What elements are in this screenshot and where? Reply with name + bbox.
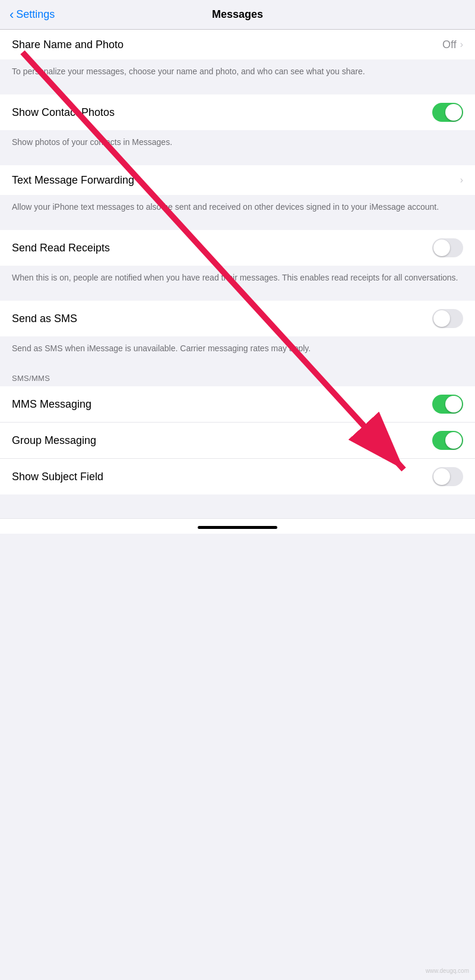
sms-mms-section-label: SMS/MMS (12, 374, 50, 383)
show-contact-photos-toggle[interactable] (432, 103, 463, 122)
toggle-thumb-group (445, 432, 462, 449)
share-name-photo-value: Off › (442, 39, 463, 51)
group-messaging-toggle[interactable] (432, 431, 463, 450)
send-read-receipts-toggle[interactable] (432, 238, 463, 257)
share-name-photo-description: To personalize your messages, choose you… (0, 59, 475, 89)
watermark: www.deugq.com (426, 968, 469, 974)
share-name-photo-row[interactable]: Share Name and Photo Off › (0, 30, 475, 59)
back-label: Settings (16, 8, 55, 21)
gap-2 (0, 159, 475, 165)
back-button[interactable]: ‹ Settings (10, 8, 55, 21)
page-title: Messages (212, 8, 263, 21)
bottom-bar (0, 518, 475, 534)
gap-4 (0, 295, 475, 301)
text-message-forwarding-chevron-icon: › (460, 175, 463, 185)
send-read-receipts-label: Send Read Receipts (12, 242, 110, 254)
show-subject-field-label: Show Subject Field (12, 471, 103, 483)
send-as-sms-toggle[interactable] (432, 309, 463, 328)
toggle-thumb-mms (445, 396, 462, 412)
text-message-forwarding-description: Allow your iPhone text messages to also … (0, 195, 475, 224)
share-name-photo-label: Share Name and Photo (12, 39, 124, 51)
show-subject-field-row[interactable]: Show Subject Field (0, 459, 475, 494)
show-subject-field-toggle[interactable] (432, 467, 463, 486)
share-name-photo-chevron-icon: › (460, 39, 463, 50)
section-contact-photos: Show Contact Photos (0, 94, 475, 130)
header: ‹ Settings Messages (0, 0, 475, 30)
toggle-thumb (445, 104, 462, 121)
send-as-sms-row[interactable]: Send as SMS (0, 301, 475, 336)
share-name-photo-status: Off (442, 39, 457, 51)
send-as-sms-description: Send as SMS when iMessage is unavailable… (0, 336, 475, 365)
send-read-receipts-description: When this is on, people are notified whe… (0, 266, 475, 295)
home-indicator (198, 526, 277, 529)
back-chevron-icon: ‹ (10, 8, 14, 21)
toggle-thumb-sms (433, 310, 450, 327)
text-message-forwarding-row[interactable]: Text Message Forwarding › (0, 165, 475, 195)
mms-messaging-toggle[interactable] (432, 395, 463, 414)
show-contact-photos-description: Show photos of your contacts in Messages… (0, 130, 475, 159)
show-contact-photos-label: Show Contact Photos (12, 106, 115, 119)
mms-messaging-label: MMS Messaging (12, 398, 91, 411)
mms-messaging-row[interactable]: MMS Messaging (0, 386, 475, 423)
send-read-receipts-row[interactable]: Send Read Receipts (0, 230, 475, 266)
section-sms-mms: MMS Messaging Group Messaging Show Subje… (0, 386, 475, 494)
sms-mms-section-gap: SMS/MMS (0, 365, 475, 386)
section-share-name: Share Name and Photo Off › (0, 30, 475, 59)
toggle-thumb-read (433, 240, 450, 256)
text-message-forwarding-label: Text Message Forwarding (12, 174, 134, 187)
send-as-sms-label: Send as SMS (12, 313, 77, 325)
gap-3 (0, 224, 475, 230)
section-send-sms: Send as SMS (0, 301, 475, 336)
section-read-receipts: Send Read Receipts (0, 230, 475, 266)
section-text-forwarding: Text Message Forwarding › (0, 165, 475, 195)
group-messaging-row[interactable]: Group Messaging (0, 423, 475, 459)
group-messaging-label: Group Messaging (12, 434, 96, 447)
gap-1 (0, 89, 475, 94)
toggle-thumb-subject (433, 468, 450, 485)
show-contact-photos-row[interactable]: Show Contact Photos (0, 94, 475, 130)
